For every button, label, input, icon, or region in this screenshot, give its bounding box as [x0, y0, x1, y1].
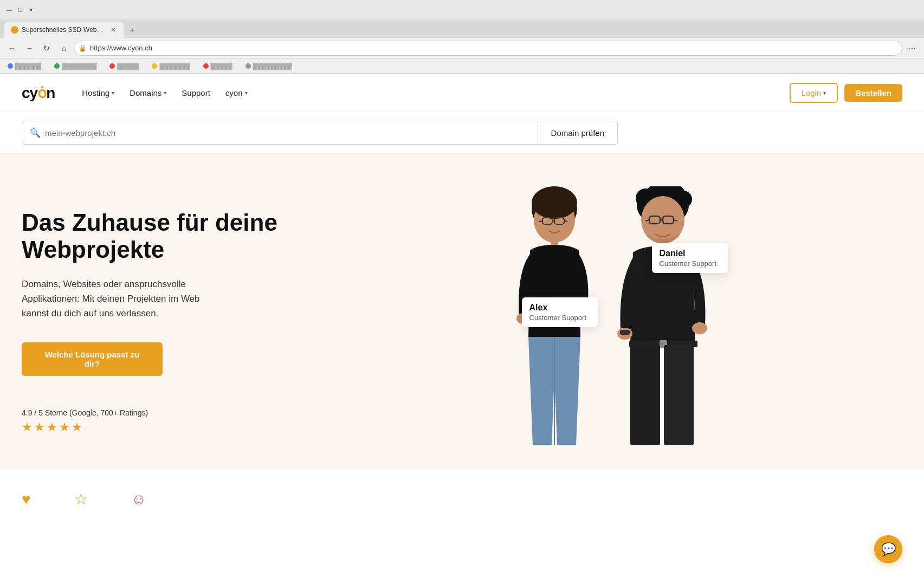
maximize-button[interactable]: ☐ [16, 6, 24, 14]
hosting-label: Hosting [82, 88, 109, 98]
tab-favicon [11, 26, 18, 34]
domains-chevron: ▾ [164, 90, 166, 96]
logo-o: ȯ [37, 84, 46, 101]
bookmark-item[interactable]: ▓▓▓▓▓▓▓▓ [51, 62, 100, 70]
nav-link-cyon[interactable]: cyon ▾ [220, 85, 253, 101]
nav-actions: Login ▾ Bestellen [790, 83, 902, 103]
nav-link-support[interactable]: Support [176, 85, 216, 101]
site-logo[interactable]: cyȯn [22, 84, 55, 102]
domain-search-input[interactable] [45, 128, 530, 138]
menu-button[interactable]: ⋯ [904, 41, 920, 56]
star-3: ★ [47, 420, 57, 434]
nav-links: Hosting ▾ Domains ▾ Support cyon ▾ [76, 85, 789, 101]
hint-item-emoji: ☺ [131, 491, 147, 508]
hosting-chevron: ▾ [112, 90, 114, 96]
cyon-label: cyon [225, 88, 243, 98]
svg-point-29 [692, 322, 707, 334]
svg-line-8 [564, 221, 567, 222]
tab-title: Superschnelles SSD-Webhosting [22, 26, 106, 34]
alex-badge: Alex Customer Support [522, 297, 598, 327]
login-label: Login [802, 88, 822, 98]
svg-line-7 [539, 221, 542, 222]
address-bar[interactable]: 🔒 https://www.cyon.ch [74, 41, 902, 56]
new-tab-button[interactable]: + [125, 23, 140, 38]
nav-bar: ← → ↻ ⌂ 🔒 https://www.cyon.ch ⋯ [0, 38, 924, 58]
domains-label: Domains [130, 88, 161, 98]
bookmark-item[interactable]: ▓▓▓▓▓ [200, 62, 236, 70]
tab-close-icon[interactable]: ✕ [109, 26, 117, 34]
hint-item-star: ☆ [74, 490, 88, 508]
daniel-badge: Daniel Customer Support [652, 243, 728, 273]
svg-rect-31 [630, 345, 660, 445]
star-icon: ☆ [74, 490, 88, 508]
browser-tabs: Superschnelles SSD-Webhosting ✕ + [0, 20, 924, 38]
website-content: cyȯn Hosting ▾ Domains ▾ Support cyon ▾… [0, 74, 924, 519]
nav-link-hosting[interactable]: Hosting ▾ [76, 85, 120, 101]
site-navigation: cyȯn Hosting ▾ Domains ▾ Support cyon ▾… [0, 74, 924, 112]
people-container: Alex Customer Support Daniel Customer Su… [446, 186, 760, 446]
hero-section: Das Zuhause für deine Webprojekte Domain… [0, 154, 924, 468]
svg-rect-30 [620, 330, 630, 335]
star-1: ★ [22, 420, 33, 434]
nav-link-domains[interactable]: Domains ▾ [124, 85, 172, 101]
hero-left: Das Zuhause für deine Webprojekte Domain… [22, 186, 303, 446]
refresh-button[interactable]: ↻ [39, 41, 54, 56]
bookmark-item[interactable]: ▓▓▓▓▓▓ [4, 62, 44, 70]
rating-text: 4.9 / 5 Sterne (Google, 700+ Ratings) [22, 408, 303, 417]
alex-name: Alex [529, 303, 590, 313]
heart-icon: ♥ [22, 491, 31, 508]
star-2: ★ [34, 420, 45, 434]
hint-item-heart: ♥ [22, 491, 31, 508]
star-4: ★ [59, 420, 70, 434]
svg-point-3 [545, 186, 564, 206]
login-button[interactable]: Login ▾ [790, 83, 838, 103]
bottom-hint: ♥ ☆ ☺ [0, 468, 924, 519]
bestellen-button[interactable]: Bestellen [844, 84, 902, 102]
cta-button[interactable]: Welche Lösung passt zu dir? [22, 342, 163, 376]
cta-label: Welche Lösung passt zu dir? [45, 350, 140, 368]
minimize-button[interactable]: — [5, 6, 13, 14]
hero-title: Das Zuhause für deine Webprojekte [22, 209, 303, 264]
domain-check-button[interactable]: Domain prüfen [538, 121, 618, 145]
close-button[interactable]: ✕ [27, 6, 35, 14]
support-label: Support [182, 88, 210, 98]
lock-icon: 🔒 [79, 44, 87, 52]
cyon-chevron: ▾ [245, 90, 248, 96]
bookmark-item[interactable]: ▓▓▓▓▓▓▓▓▓ [242, 62, 295, 70]
login-chevron: ▾ [823, 90, 826, 96]
search-section: 🔍 Domain prüfen [0, 112, 924, 154]
hero-right: Alex Customer Support Daniel Customer Su… [303, 186, 902, 446]
search-input-wrapper: 🔍 [22, 121, 538, 145]
forward-button[interactable]: → [22, 41, 37, 56]
home-button[interactable]: ⌂ [56, 41, 72, 56]
star-rating: ★ ★ ★ ★ ★ [22, 420, 303, 434]
bookmark-item[interactable]: ▓▓▓▓▓▓▓ [148, 62, 193, 70]
daniel-illustration [581, 186, 744, 446]
emoji-icon: ☺ [131, 491, 147, 508]
bestellen-label: Bestellen [855, 88, 891, 98]
window-controls: — ☐ ✕ [5, 6, 35, 14]
rating-section: 4.9 / 5 Sterne (Google, 700+ Ratings) ★ … [22, 408, 303, 434]
alex-role: Customer Support [529, 314, 590, 322]
bookmark-item[interactable]: ▓▓▓▓▓ [106, 62, 142, 70]
star-5: ★ [72, 420, 82, 434]
browser-chrome: — ☐ ✕ Superschnelles SSD-Webhosting ✕ + … [0, 0, 924, 74]
search-icon: 🔍 [30, 128, 41, 138]
bookmarks-bar: ▓▓▓▓▓▓ ▓▓▓▓▓▓▓▓ ▓▓▓▓▓ ▓▓▓▓▓▓▓ ▓▓▓▓▓ ▓▓▓▓… [0, 58, 924, 74]
logo-text: cyȯn [22, 84, 55, 102]
hero-subtitle: Domains, Websites oder anspruchsvolle Ap… [22, 277, 228, 321]
domain-check-label: Domain prüfen [551, 128, 604, 138]
title-bar: — ☐ ✕ [0, 0, 924, 20]
back-button[interactable]: ← [4, 41, 20, 56]
svg-rect-32 [664, 345, 694, 445]
daniel-role: Customer Support [660, 259, 720, 268]
daniel-name: Daniel [660, 249, 720, 258]
search-bar: 🔍 Domain prüfen [22, 121, 618, 145]
url-text: https://www.cyon.ch [90, 44, 152, 52]
active-tab[interactable]: Superschnelles SSD-Webhosting ✕ [4, 22, 124, 38]
